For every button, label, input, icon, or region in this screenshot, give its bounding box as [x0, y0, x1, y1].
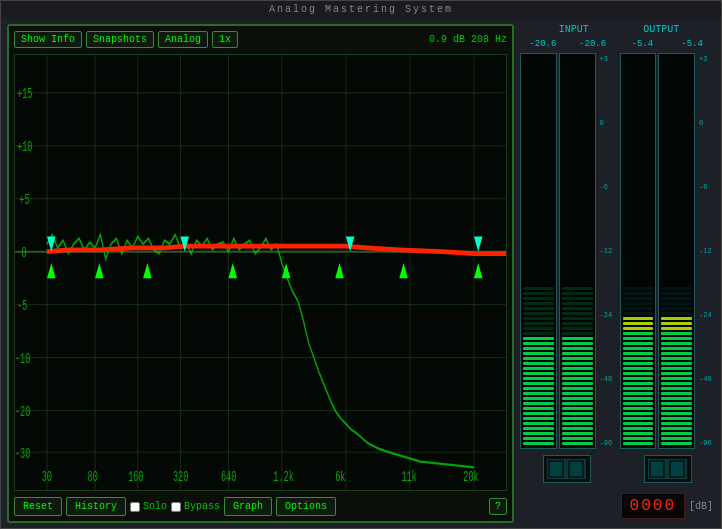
bypass-checkbox[interactable]: [171, 502, 181, 512]
output-meters: [620, 53, 696, 449]
right-section: INPUT OUTPUT -20.6 -20.6 -5.4 -5.4 +3: [520, 24, 715, 523]
svg-marker-35: [95, 263, 104, 278]
output-led-meter-left: [620, 53, 657, 449]
svg-marker-36: [143, 263, 152, 278]
eq-section: Show Info Snapshots Analog 1x 0.9 dB 208…: [7, 24, 514, 523]
scale-label--24: -24: [600, 311, 616, 319]
graph-button[interactable]: Graph: [224, 497, 272, 516]
svg-marker-34: [47, 263, 56, 278]
snapshots-button[interactable]: Snapshots: [86, 31, 154, 48]
svg-text:0: 0: [21, 245, 26, 262]
app-container: Analog Mastering System Show Info Snapsh…: [0, 0, 722, 529]
meter-bottom-row: [520, 453, 715, 485]
input-bottom-display: [547, 459, 587, 479]
db-scale-center: +3 0 -6 -12 -24 -48 -96: [600, 53, 616, 449]
input-ch2-value: -20.6: [570, 39, 616, 49]
svg-text:320: 320: [173, 468, 188, 485]
scale-label--6: -6: [600, 183, 616, 191]
history-button[interactable]: History: [66, 497, 126, 516]
input-led-meter-left: [520, 53, 557, 449]
svg-rect-48: [550, 462, 562, 476]
svg-marker-39: [335, 263, 344, 278]
reset-button[interactable]: Reset: [14, 497, 62, 516]
scale-label-0: 0: [600, 119, 616, 127]
output-meter-bottom: [644, 455, 692, 483]
right-scale-label-0: 0: [699, 119, 715, 127]
db-label: [dB]: [689, 501, 715, 512]
svg-text:-30: -30: [15, 446, 30, 463]
svg-text:+15: +15: [17, 86, 32, 103]
svg-marker-41: [474, 263, 483, 278]
svg-rect-52: [651, 462, 663, 476]
svg-text:+10: +10: [17, 139, 32, 156]
digital-display-row: 0000 [dB]: [520, 489, 715, 523]
output-meter-label: OUTPUT: [618, 24, 706, 35]
right-scale-label--6: -6: [699, 183, 715, 191]
solo-checkbox-label[interactable]: Solo: [130, 501, 167, 512]
bypass-checkbox-label[interactable]: Bypass: [171, 501, 220, 512]
meter-values: -20.6 -20.6 -5.4 -5.4: [520, 39, 715, 49]
right-scale-label--12: -12: [699, 247, 715, 255]
svg-text:11k: 11k: [401, 468, 416, 485]
right-scale-label--24: -24: [699, 311, 715, 319]
input-ch1-value: -20.6: [520, 39, 566, 49]
input-meters: [520, 53, 596, 449]
eq-display[interactable]: 30 80 160 320 640 1.2k 6k 11k 20k +15 +1…: [14, 54, 507, 491]
eq-bottom-toolbar: Reset History Solo Bypass Graph Options …: [14, 497, 507, 516]
svg-text:80: 80: [88, 468, 98, 485]
svg-marker-45: [474, 237, 483, 252]
bypass-label: Bypass: [184, 501, 220, 512]
svg-text:+5: +5: [19, 192, 29, 209]
output-bottom-display: [648, 459, 688, 479]
eq-status: 0.9 dB 208 Hz: [429, 34, 507, 45]
right-scale-label--48: -48: [699, 375, 715, 383]
input-led-meter-right: [559, 53, 596, 449]
svg-rect-53: [671, 462, 683, 476]
options-button[interactable]: Options: [276, 497, 336, 516]
input-meter-bottom: [543, 455, 591, 483]
show-info-button[interactable]: Show Info: [14, 31, 82, 48]
right-scale-label-3: +3: [699, 55, 715, 63]
digital-display: 0000: [621, 493, 685, 519]
output-ch1-value: -5.4: [620, 39, 666, 49]
solo-label: Solo: [143, 501, 167, 512]
svg-text:-10: -10: [15, 351, 30, 368]
svg-text:6k: 6k: [335, 468, 345, 485]
scale-label--48: -48: [600, 375, 616, 383]
title-bar: Analog Mastering System: [1, 1, 721, 18]
solo-checkbox[interactable]: [130, 502, 140, 512]
eq-top-toolbar: Show Info Snapshots Analog 1x 0.9 dB 208…: [14, 31, 507, 48]
analog-button[interactable]: Analog: [158, 31, 208, 48]
app-title: Analog Mastering System: [269, 4, 453, 15]
help-button[interactable]: ?: [489, 498, 507, 515]
svg-text:1.2k: 1.2k: [273, 468, 293, 485]
svg-text:20k: 20k: [463, 468, 478, 485]
svg-marker-37: [228, 263, 237, 278]
input-meter-label: INPUT: [530, 24, 618, 35]
svg-rect-49: [570, 462, 582, 476]
svg-text:640: 640: [221, 468, 236, 485]
zoom-button[interactable]: 1x: [212, 31, 238, 48]
svg-text:-5: -5: [17, 298, 27, 315]
output-led-meter-right: [658, 53, 695, 449]
eq-svg: 30 80 160 320 640 1.2k 6k 11k 20k +15 +1…: [15, 55, 506, 490]
svg-marker-40: [399, 263, 408, 278]
db-scale-right: +3 0 -6 -12 -24 -48 -96: [699, 53, 715, 449]
right-scale-label--96: -96: [699, 439, 715, 447]
svg-text:-20: -20: [15, 404, 30, 421]
svg-text:160: 160: [128, 468, 143, 485]
scale-label-3: +3: [600, 55, 616, 63]
output-ch2-value: -5.4: [669, 39, 715, 49]
meters-area: +3 0 -6 -12 -24 -48 -96 +3 0 -6: [520, 53, 715, 449]
scale-label--96: -96: [600, 439, 616, 447]
scale-label--12: -12: [600, 247, 616, 255]
main-layout: Show Info Snapshots Analog 1x 0.9 dB 208…: [1, 18, 721, 529]
meter-headers: INPUT OUTPUT: [520, 24, 715, 35]
svg-text:30: 30: [42, 468, 52, 485]
